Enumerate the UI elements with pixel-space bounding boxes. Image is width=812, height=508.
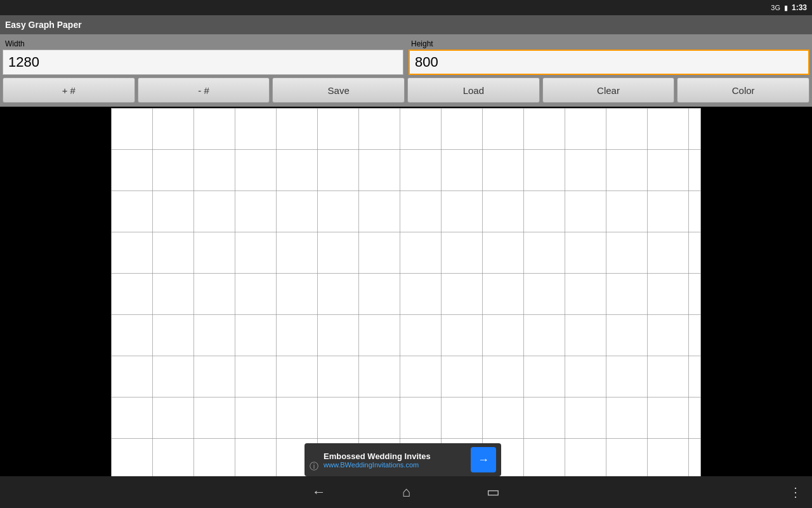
load-button[interactable]: Load [407, 77, 540, 103]
add-button[interactable]: + # [3, 77, 135, 103]
ad-arrow-button[interactable]: → [471, 447, 496, 472]
field-row: Width Height [0, 38, 812, 77]
width-label: Width [3, 38, 403, 50]
save-button[interactable]: Save [272, 77, 405, 103]
width-input[interactable] [3, 50, 403, 75]
svg-rect-1 [111, 108, 701, 483]
ad-banner: ⓘ Embossed Wedding Invites www.BWeddingI… [304, 443, 501, 476]
ad-arrow-icon: → [478, 453, 489, 467]
home-button[interactable]: ⌂ [402, 484, 410, 500]
recents-button[interactable]: ▭ [487, 484, 500, 500]
ad-title: Embossed Wedding Invites [324, 451, 466, 461]
ad-text: Embossed Wedding Invites www.BWeddingInv… [324, 451, 466, 469]
ad-url: www.BWeddingInvitations.com [324, 461, 466, 469]
color-button[interactable]: Color [677, 77, 809, 103]
form-area: Width Height + # - # Save Load Clear Col… [0, 34, 812, 107]
app-title: Easy Graph Paper [5, 20, 82, 30]
menu-button[interactable]: ⋮ [789, 485, 802, 500]
subtract-button[interactable]: - # [138, 77, 270, 103]
grid-svg [111, 108, 701, 483]
nav-bar: ← ⌂ ▭ ⋮ [0, 476, 812, 508]
width-field-group: Width [0, 38, 406, 77]
graph-paper-area[interactable] [111, 108, 701, 483]
status-time: 1:33 [792, 3, 807, 12]
graph-canvas [111, 108, 701, 483]
height-label: Height [409, 38, 809, 50]
ad-info-icon: ⓘ [310, 461, 318, 472]
button-row: + # - # Save Load Clear Color [0, 77, 812, 107]
clear-button[interactable]: Clear [542, 77, 675, 103]
status-bar: 3G ▮ 1:33 [0, 0, 812, 15]
height-field-group: Height [406, 38, 812, 77]
height-input[interactable] [409, 50, 809, 75]
signal-icon: 3G [771, 4, 780, 11]
battery-icon: ▮ [784, 4, 788, 12]
back-button[interactable]: ← [312, 484, 326, 500]
app-bar: Easy Graph Paper [0, 15, 812, 34]
